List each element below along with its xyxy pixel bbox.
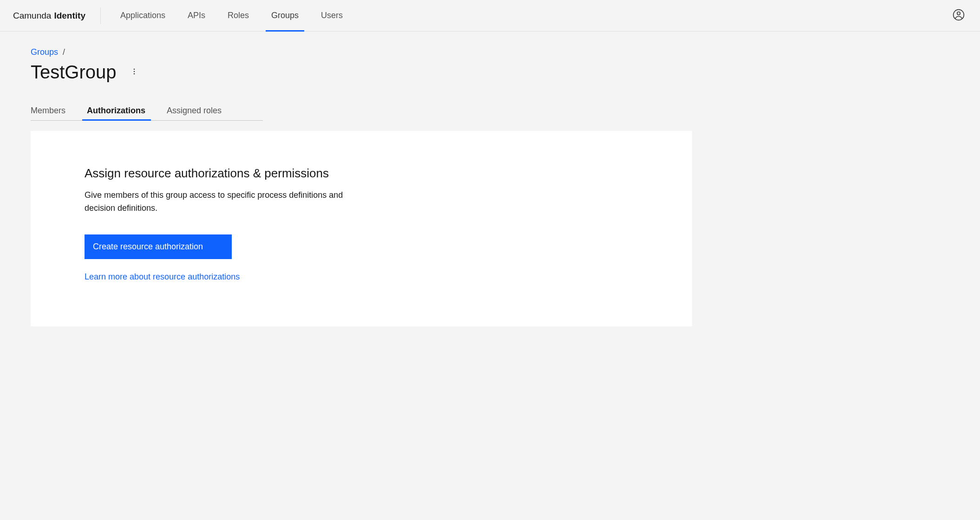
- learn-more-row: Learn more about resource authorizations: [85, 272, 638, 282]
- nav-users[interactable]: Users: [321, 0, 343, 31]
- tab-label: Assigned roles: [167, 106, 222, 115]
- breadcrumb-groups-link[interactable]: Groups: [31, 47, 58, 57]
- learn-more-link[interactable]: Learn more about resource authorizations: [85, 272, 240, 281]
- svg-point-3: [133, 71, 135, 72]
- nav-groups[interactable]: Groups: [271, 0, 299, 31]
- user-avatar-icon: [953, 9, 965, 22]
- svg-point-2: [133, 69, 135, 70]
- page-title: TestGroup: [31, 62, 117, 83]
- breadcrumb-separator: /: [63, 47, 65, 57]
- title-row: TestGroup: [31, 62, 958, 83]
- breadcrumb: Groups /: [31, 47, 958, 57]
- nav-applications[interactable]: Applications: [120, 0, 165, 31]
- tab-label: Members: [31, 106, 65, 115]
- nav-roles[interactable]: Roles: [228, 0, 249, 31]
- create-resource-authorization-button[interactable]: Create resource authorization: [85, 234, 232, 259]
- tabs: Members Authorizations Assigned roles: [31, 102, 263, 121]
- empty-state-title: Assign resource authorizations & permiss…: [85, 166, 638, 181]
- tab-assigned-roles[interactable]: Assigned roles: [167, 102, 232, 120]
- overflow-menu-button[interactable]: [128, 66, 141, 79]
- nav-label: Roles: [228, 11, 249, 20]
- svg-point-4: [133, 73, 135, 75]
- app-title: Camunda Identity: [13, 7, 101, 24]
- primary-nav: Applications APIs Roles Groups Users: [120, 0, 343, 31]
- svg-point-1: [957, 12, 960, 15]
- product-name: Identity: [54, 11, 85, 21]
- overflow-menu-vertical-icon: [131, 68, 138, 77]
- authorizations-empty-state: Assign resource authorizations & permiss…: [31, 131, 692, 326]
- brand-name: Camunda: [13, 11, 51, 21]
- empty-state-description: Give members of this group access to spe…: [85, 189, 372, 215]
- nav-label: Users: [321, 11, 343, 20]
- nav-apis[interactable]: APIs: [188, 0, 205, 31]
- tab-authorizations[interactable]: Authorizations: [87, 102, 156, 120]
- nav-label: Groups: [271, 11, 299, 20]
- page-content: Groups / TestGroup Members Authorization…: [0, 32, 980, 349]
- tab-members[interactable]: Members: [31, 102, 76, 120]
- nav-label: APIs: [188, 11, 205, 20]
- user-avatar-button[interactable]: [950, 7, 967, 24]
- global-header: Camunda Identity Applications APIs Roles…: [0, 0, 980, 32]
- tab-label: Authorizations: [87, 106, 145, 115]
- nav-label: Applications: [120, 11, 165, 20]
